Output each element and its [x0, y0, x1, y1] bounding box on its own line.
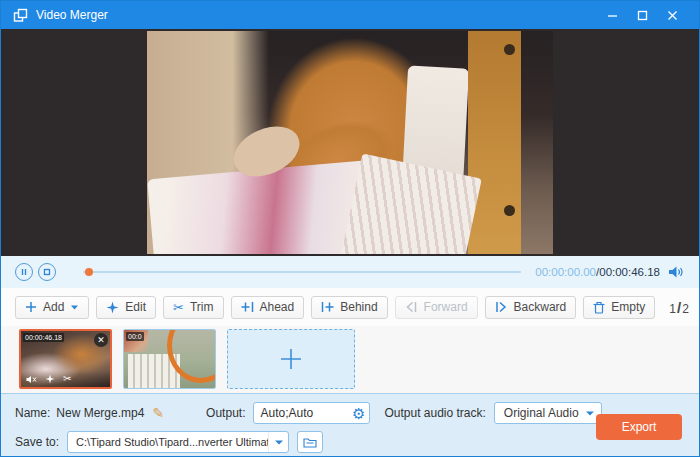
forward-button[interactable]: Forward: [395, 296, 478, 319]
add-button[interactable]: Add: [15, 296, 89, 319]
player-bar: 00:00:00.00/00:00:46.18: [1, 256, 699, 288]
seek-handle[interactable]: [85, 268, 93, 276]
clip-1-remove-icon[interactable]: ✕: [94, 333, 108, 347]
merge-name-value: New Merge.mp4: [56, 406, 144, 420]
clip-trim-icon[interactable]: ✂: [63, 374, 71, 384]
merge-app-icon: [13, 8, 28, 23]
clip-edit-icon[interactable]: [45, 374, 55, 384]
clip-strip: 00:00:46.18 ✕ ✂ 00:0: [1, 326, 699, 393]
rename-pencil-icon[interactable]: ✎: [152, 405, 164, 421]
page-indicator: 1/2: [669, 299, 689, 316]
volume-button[interactable]: [668, 265, 685, 279]
edit-button[interactable]: Edit: [96, 296, 156, 319]
close-button[interactable]: [657, 1, 687, 29]
save-to-row: Save to: C:\Tipard Studio\Tipard...nvert…: [15, 431, 323, 453]
move-forward-icon: [405, 301, 418, 313]
total-time: 00:00:46.18: [599, 266, 660, 278]
insert-ahead-icon: [241, 301, 254, 313]
clip-2-duration: 00:0: [126, 332, 144, 341]
photo-cardigan-edge: [468, 31, 521, 254]
behind-button[interactable]: Behind: [311, 296, 387, 319]
audio-track-value: Original Audio: [504, 406, 579, 420]
move-backward-icon: [495, 301, 508, 313]
chevron-down-icon: [585, 410, 595, 417]
output-panel: Name: New Merge.mp4 ✎ Output: ⚙ Output a…: [1, 393, 699, 456]
chevron-down-icon: [70, 304, 79, 311]
output-format-field[interactable]: ⚙: [253, 402, 370, 424]
seek-slider[interactable]: [83, 265, 521, 279]
current-time: 00:00:00.00: [535, 266, 596, 278]
clip-audio-icon[interactable]: [26, 375, 37, 384]
browse-folder-button[interactable]: [297, 431, 323, 453]
ahead-button[interactable]: Ahead: [231, 296, 305, 319]
plus-icon: [25, 301, 37, 313]
save-to-label: Save to:: [15, 435, 59, 449]
titlebar: Video Merger: [1, 1, 699, 29]
video-preview-area: [1, 29, 699, 256]
save-path-dropdown[interactable]: [268, 432, 288, 452]
trash-icon: [593, 301, 605, 314]
clip-1-duration: 00:00:46.18: [23, 333, 64, 342]
chevron-down-icon: [274, 439, 284, 446]
window-title: Video Merger: [36, 8, 108, 22]
output-format-input[interactable]: [254, 403, 340, 423]
trim-button[interactable]: ✂ Trim: [163, 296, 223, 319]
insert-behind-icon: [321, 301, 334, 313]
clip-1-tools: ✂: [21, 371, 110, 387]
empty-button[interactable]: Empty: [583, 296, 655, 319]
add-clip-plus-icon: [278, 346, 304, 372]
minimize-button[interactable]: [597, 1, 627, 29]
folder-icon: [303, 437, 317, 448]
seek-track[interactable]: [83, 271, 521, 273]
maximize-button[interactable]: [627, 1, 657, 29]
stop-button[interactable]: [38, 263, 56, 281]
format-settings-gear-icon[interactable]: ⚙: [352, 404, 365, 424]
export-button[interactable]: Export: [596, 414, 682, 440]
output-settings-row: Name: New Merge.mp4 ✎ Output: ⚙ Output a…: [15, 402, 602, 424]
time-display: 00:00:00.00/00:00:46.18: [535, 266, 660, 278]
save-path-value: C:\Tipard Studio\Tipard...nverter Ultima…: [68, 436, 268, 448]
video-merger-window: Video Merger: [0, 0, 700, 457]
audio-track-label: Output audio track:: [384, 406, 485, 420]
clip-thumbnail-2[interactable]: 00:0: [123, 329, 216, 389]
magic-wand-icon: [106, 301, 119, 314]
clip-toolbar: Add Edit ✂ Trim Ahead Behind Forward Bac…: [1, 288, 699, 326]
output-label: Output:: [206, 406, 245, 420]
pause-button[interactable]: [15, 263, 33, 281]
clip-thumbnail-1[interactable]: 00:00:46.18 ✕ ✂: [19, 329, 112, 389]
add-clip-tile[interactable]: [227, 329, 355, 389]
save-path-combo[interactable]: C:\Tipard Studio\Tipard...nverter Ultima…: [67, 431, 289, 453]
name-label: Name:: [15, 406, 50, 420]
audio-track-select[interactable]: Original Audio: [494, 402, 602, 424]
scissors-icon: ✂: [173, 301, 184, 314]
backward-button[interactable]: Backward: [485, 296, 577, 319]
video-frame: [147, 31, 553, 254]
